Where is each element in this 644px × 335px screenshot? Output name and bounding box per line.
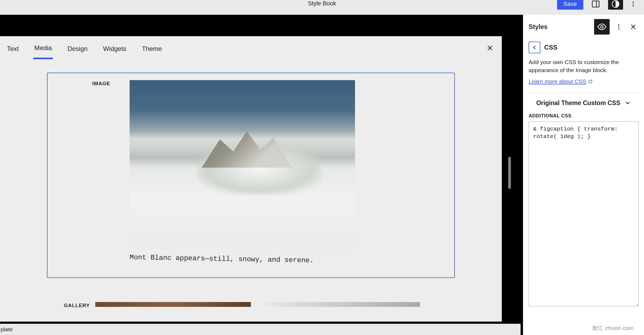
style-book-toggle-icon[interactable] [594, 19, 610, 35]
resize-handle[interactable] [508, 157, 511, 189]
svg-rect-0 [592, 1, 599, 7]
styles-contrast-icon[interactable] [608, 0, 623, 10]
svg-point-4 [633, 3, 634, 5]
topbar: Style Book Save [0, 0, 644, 15]
sidebar-title: Styles [529, 23, 590, 31]
gallery-image-2 [264, 302, 420, 307]
image-block-label: Image [83, 81, 110, 87]
topbar-actions: Save [557, 0, 639, 10]
css-description: Add your own CSS to customize the appear… [523, 58, 644, 75]
external-link-icon [588, 79, 593, 84]
page-title: Style Book [308, 0, 336, 7]
style-book-canvas: Text Media Design Widgets Theme Image Mo… [0, 36, 502, 322]
image-block-body: Mont Blanc appears—still, snowy, and ser… [130, 80, 420, 261]
additional-css-label: Additional CSS [523, 113, 644, 121]
svg-point-9 [618, 24, 619, 25]
tab-media[interactable]: Media [33, 41, 53, 59]
sidebar-header: Styles [523, 15, 644, 39]
sidebar-toggle-icon[interactable] [588, 0, 603, 10]
chevron-down-icon [624, 99, 631, 106]
sample-image [130, 80, 355, 248]
breadcrumb: CSS [523, 39, 644, 58]
gallery-block-label: Gallery [47, 303, 90, 308]
svg-point-11 [618, 28, 619, 29]
footer-breadcrumb[interactable]: plate [0, 324, 521, 335]
tab-widgets[interactable]: Widgets [102, 42, 127, 58]
tab-theme[interactable]: Theme [141, 42, 163, 58]
workspace: Text Media Design Widgets Theme Image Mo… [0, 15, 644, 335]
styles-sidebar: Styles CSS Add your own CSS to customize… [523, 15, 644, 335]
additional-css-input[interactable] [529, 121, 639, 306]
image-block-card[interactable]: Image Mont Blanc appears—still, snowy, a… [47, 73, 455, 278]
learn-more-text: Learn more about CSS [529, 78, 586, 85]
svg-point-10 [618, 26, 619, 27]
save-button[interactable]: Save [557, 0, 583, 10]
close-icon[interactable] [486, 44, 494, 53]
image-caption: Mont Blanc appears—still, snowy, and ser… [130, 253, 420, 266]
collapsible-label: Original Theme Custom CSS [536, 99, 620, 107]
svg-point-8 [601, 26, 603, 28]
footer-breadcrumb-text: plate [1, 326, 13, 333]
original-theme-css-toggle[interactable]: Original Theme Custom CSS [523, 93, 644, 113]
tab-design[interactable]: Design [66, 42, 89, 58]
content-area: Image Mont Blanc appears—still, snowy, a… [0, 59, 502, 307]
learn-more-link[interactable]: Learn more about CSS [523, 75, 644, 85]
gallery-image-1 [95, 302, 251, 307]
editor-frame: Text Media Design Widgets Theme Image Mo… [0, 15, 523, 335]
tab-text[interactable]: Text [6, 42, 20, 58]
back-button[interactable] [529, 42, 540, 53]
svg-point-5 [633, 5, 634, 6]
sidebar-close-icon[interactable] [628, 21, 639, 32]
svg-point-3 [633, 1, 634, 2]
more-menu-icon[interactable] [628, 0, 639, 9]
watermark: 智汇 zhuon.com [592, 325, 634, 332]
breadcrumb-label: CSS [544, 44, 557, 51]
sidebar-more-icon[interactable] [613, 21, 624, 32]
canvas-tabs: Text Media Design Widgets Theme [0, 36, 502, 59]
gallery-block-row: Gallery [95, 302, 455, 307]
